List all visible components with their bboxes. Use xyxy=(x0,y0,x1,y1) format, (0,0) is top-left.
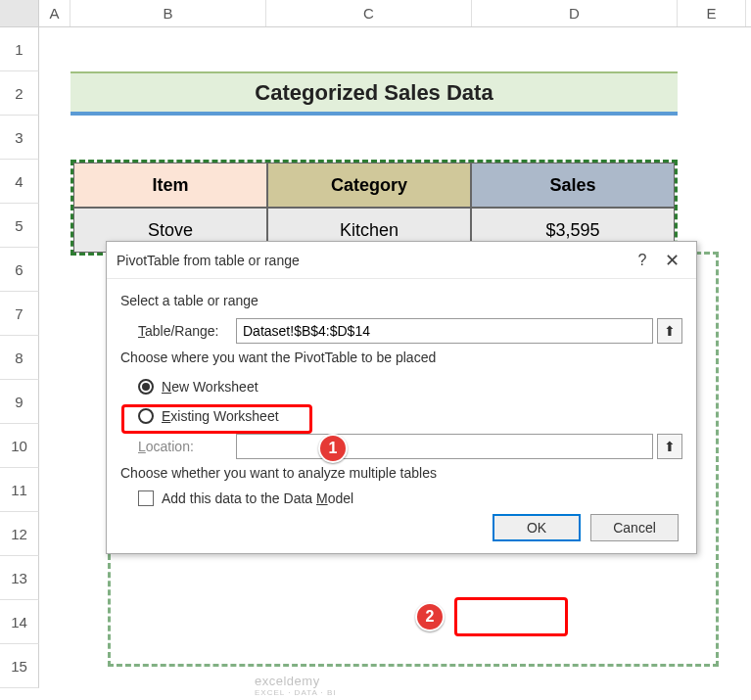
location-label: Location: xyxy=(138,439,236,454)
column-headers: A B C D E xyxy=(0,0,751,27)
row-headers: 1 2 3 4 5 6 7 8 9 10 11 12 13 14 15 xyxy=(0,27,39,688)
section-select-range: Select a table or range xyxy=(120,293,682,308)
header-sales[interactable]: Sales xyxy=(471,163,675,208)
checkbox-data-model[interactable]: Add this data to the Data Model xyxy=(138,490,682,506)
watermark-text: exceldemy xyxy=(255,674,320,688)
location-input[interactable] xyxy=(236,434,653,459)
checkbox-icon xyxy=(138,490,154,506)
ok-button[interactable]: OK xyxy=(493,514,581,541)
cancel-button[interactable]: Cancel xyxy=(590,514,679,541)
dialog-titlebar[interactable]: PivotTable from table or range ? ✕ xyxy=(107,242,696,279)
col-header-d[interactable]: D xyxy=(472,0,678,26)
pivottable-dialog: PivotTable from table or range ? ✕ Selec… xyxy=(106,241,697,554)
row-header-7[interactable]: 7 xyxy=(0,292,39,336)
dialog-title: PivotTable from table or range xyxy=(117,253,628,268)
radio-label-existing: Existing Worksheet xyxy=(162,408,279,424)
dialog-buttons: OK Cancel xyxy=(120,514,682,541)
row-header-6[interactable]: 6 xyxy=(0,248,39,292)
row-header-13[interactable]: 13 xyxy=(0,556,39,600)
row-header-1[interactable]: 1 xyxy=(0,27,39,71)
page-title: Categorized Sales Data xyxy=(255,80,493,106)
annotation-highlight-2 xyxy=(454,597,568,636)
col-header-e[interactable]: E xyxy=(678,0,746,26)
row-header-8[interactable]: 8 xyxy=(0,336,39,380)
watermark: exceldemy EXCEL · DATA · BI xyxy=(255,674,337,697)
row-header-2[interactable]: 2 xyxy=(0,71,39,116)
title-merged-cell[interactable]: Categorized Sales Data xyxy=(70,71,678,116)
range-picker-button[interactable]: ⬆ xyxy=(657,318,682,344)
radio-label-new: New Worksheet xyxy=(162,379,258,395)
radio-icon xyxy=(138,408,154,424)
row-header-12[interactable]: 12 xyxy=(0,512,39,556)
row-header-11[interactable]: 11 xyxy=(0,468,39,512)
close-button[interactable]: ✕ xyxy=(657,250,686,271)
col-header-c[interactable]: C xyxy=(266,0,472,26)
table-range-label: TTable/Range:able/Range: xyxy=(138,323,236,339)
annotation-badge-2: 2 xyxy=(415,602,445,631)
row-header-15[interactable]: 15 xyxy=(0,644,39,688)
annotation-badge-1: 1 xyxy=(318,434,348,463)
header-item[interactable]: Item xyxy=(73,163,267,208)
section-multiple-tables: Choose whether you want to analyze multi… xyxy=(120,465,682,481)
header-category[interactable]: Category xyxy=(267,163,471,208)
checkbox-label: Add this data to the Data Model xyxy=(162,490,353,506)
row-header-14[interactable]: 14 xyxy=(0,600,39,644)
row-header-4[interactable]: 4 xyxy=(0,160,39,204)
row-header-3[interactable]: 3 xyxy=(0,116,39,160)
collapse-icon: ⬆ xyxy=(664,439,676,454)
section-placement: Choose where you want the PivotTable to … xyxy=(120,350,682,365)
col-header-a[interactable]: A xyxy=(39,0,70,26)
row-header-9[interactable]: 9 xyxy=(0,380,39,424)
table-header-row: Item Category Sales xyxy=(73,163,675,208)
radio-new-worksheet[interactable]: New Worksheet xyxy=(138,375,682,398)
col-header-b[interactable]: B xyxy=(70,0,266,26)
row-header-5[interactable]: 5 xyxy=(0,204,39,248)
help-button[interactable]: ? xyxy=(628,252,657,269)
location-picker-button[interactable]: ⬆ xyxy=(657,434,682,459)
table-range-row: TTable/Range:able/Range: ⬆ xyxy=(138,318,682,344)
location-row: Location: ⬆ xyxy=(138,434,682,459)
select-all-corner[interactable] xyxy=(0,0,39,26)
radio-existing-worksheet[interactable]: Existing Worksheet xyxy=(138,404,682,428)
radio-icon xyxy=(138,379,154,395)
row-header-10[interactable]: 10 xyxy=(0,424,39,468)
dialog-body: Select a table or range TTable/Range:abl… xyxy=(107,279,696,553)
watermark-sub: EXCEL · DATA · BI xyxy=(255,688,337,697)
table-range-input[interactable] xyxy=(236,318,653,344)
collapse-icon: ⬆ xyxy=(664,323,676,339)
